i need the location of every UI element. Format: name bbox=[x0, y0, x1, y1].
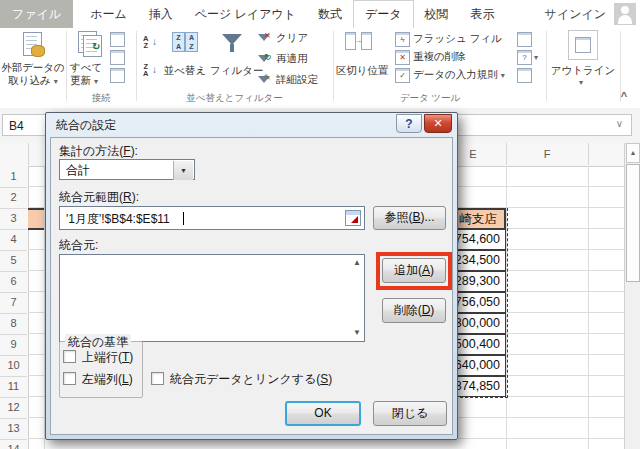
scroll-up-icon[interactable]: ▲ bbox=[626, 143, 640, 163]
help-icon[interactable]: ? bbox=[396, 114, 422, 133]
ribbon-data-tab-content: 外部データの 取り込み ▾ ↻ すべて 更新 ▾ 接続 AZ ↓ ZA ↓ ZA bbox=[0, 28, 640, 109]
dialog-close-button[interactable]: 閉じる bbox=[373, 401, 447, 426]
name-box[interactable]: B4 bbox=[2, 114, 48, 136]
row-header[interactable]: 1 bbox=[0, 166, 27, 188]
consolidate-icon[interactable] bbox=[517, 32, 532, 47]
row-header[interactable]: 10 bbox=[0, 355, 27, 377]
dropdown-arrow-icon: ▾ bbox=[579, 78, 583, 87]
row-header[interactable]: 2 bbox=[0, 187, 27, 209]
flash-fill-button[interactable]: フラッシュ フィル bbox=[413, 32, 502, 46]
link-source-label[interactable]: 統合元データとリンクする(S) bbox=[170, 371, 332, 388]
formula-bar-expand-icon[interactable]: ∨ bbox=[616, 118, 623, 129]
row-header[interactable]: 13 bbox=[0, 418, 27, 440]
ok-button[interactable]: OK bbox=[285, 401, 361, 426]
tab-review[interactable]: 校閲 bbox=[414, 0, 460, 28]
outline-button[interactable]: アウトライン bbox=[546, 64, 620, 78]
tab-insert[interactable]: 挿入 bbox=[138, 0, 184, 28]
left-column-checkbox[interactable] bbox=[63, 372, 76, 385]
data-validation-icon: ✓ bbox=[395, 68, 410, 83]
chevron-down-icon[interactable]: ▼ bbox=[173, 161, 193, 180]
properties-icon[interactable] bbox=[110, 50, 125, 65]
column-header-f[interactable]: F bbox=[506, 143, 589, 165]
close-icon[interactable]: ✕ bbox=[424, 114, 452, 133]
row-header[interactable]: 8 bbox=[0, 313, 27, 335]
sort-button[interactable]: 並べ替え bbox=[160, 64, 210, 78]
all-references-listbox[interactable]: ▲ ▼ bbox=[59, 254, 365, 342]
remove-duplicates-button[interactable]: 重複の削除 bbox=[413, 50, 466, 64]
tab-page-layout[interactable]: ページ レイアウト bbox=[184, 0, 307, 28]
tab-data[interactable]: データ bbox=[353, 0, 414, 28]
what-if-analysis-icon[interactable]: ? bbox=[517, 50, 532, 65]
row-header[interactable]: 5 bbox=[0, 250, 27, 272]
filter-button[interactable]: フィルター bbox=[210, 64, 255, 78]
function-label: 集計の方法(F): bbox=[59, 143, 138, 160]
relationships-icon[interactable] bbox=[517, 68, 532, 83]
sort-dialog-icon: ZA bbox=[172, 32, 185, 52]
scroll-up-icon[interactable]: ▲ bbox=[353, 259, 361, 267]
row-header[interactable]: 3 bbox=[0, 208, 27, 230]
scrollbar-thumb[interactable] bbox=[626, 164, 640, 282]
ribbon-tab-bar: ファイル ホーム 挿入 ページ レイアウト 数式 データ 校閲 表示 サインイン bbox=[0, 0, 640, 28]
row-header[interactable]: 6 bbox=[0, 271, 27, 293]
user-avatar-icon[interactable] bbox=[614, 3, 636, 25]
top-row-label[interactable]: 上端行(T) bbox=[82, 349, 133, 366]
row-header[interactable]: 9 bbox=[0, 334, 27, 356]
group-label-sort-filter: 並べ替えとフィルター bbox=[136, 92, 333, 105]
row-header-column: 1 2 3 4 5 6 7 8 9 10 11 12 13 14 bbox=[0, 166, 29, 449]
dropdown-arrow-icon: ▾ bbox=[54, 77, 58, 86]
refresh-all-button[interactable]: すべて 更新 ▾ bbox=[70, 61, 110, 88]
excel-window: ファイル ホーム 挿入 ページ レイアウト 数式 データ 校閲 表示 サインイン… bbox=[0, 0, 640, 449]
get-external-data-button[interactable]: 外部データの 取り込み ▾ bbox=[0, 61, 66, 88]
row-header[interactable]: 14 bbox=[0, 439, 27, 449]
row-header[interactable]: 11 bbox=[0, 376, 27, 398]
sign-in-link[interactable]: サインイン bbox=[545, 0, 614, 28]
dialog-body: 集計の方法(F): 合計 ▼ 統合元範囲(R): '1月度'!$B$4:$E$1… bbox=[50, 137, 453, 435]
function-selected-value: 合計 bbox=[66, 162, 90, 179]
row-header[interactable]: 4 bbox=[0, 229, 27, 251]
connection-properties-icon[interactable] bbox=[110, 32, 125, 47]
outline-group-icon bbox=[568, 30, 598, 60]
edit-links-icon[interactable] bbox=[110, 68, 125, 83]
link-source-checkbox[interactable] bbox=[151, 372, 164, 385]
tab-file[interactable]: ファイル bbox=[0, 0, 73, 28]
marching-ants-selection bbox=[507, 208, 508, 398]
top-row-checkbox[interactable] bbox=[63, 350, 76, 363]
dialog-title: 統合の設定 bbox=[56, 117, 116, 134]
browse-button[interactable]: 参照(B)... bbox=[373, 206, 446, 230]
function-dropdown[interactable]: 合計 ▼ bbox=[59, 159, 195, 180]
delete-button[interactable]: 削除(D) bbox=[382, 298, 446, 323]
group-label-data-tools: データ ツール bbox=[360, 92, 500, 105]
data-validation-button[interactable]: データの入力規則 ▾ bbox=[413, 68, 505, 82]
sort-ascending-icon[interactable]: AZ bbox=[143, 35, 148, 49]
tab-formulas[interactable]: 数式 bbox=[307, 0, 353, 28]
remove-duplicates-icon: ✕ bbox=[395, 50, 410, 65]
dropdown-arrow-icon: ▾ bbox=[94, 77, 98, 86]
consolidate-dialog: 統合の設定 ? ✕ 集計の方法(F): 合計 ▼ 統合元範囲(R): '1月度'… bbox=[45, 112, 458, 440]
reference-value: '1月度'!$B$4:$E$11 bbox=[66, 211, 170, 228]
add-button[interactable]: 追加(A) bbox=[382, 258, 446, 283]
text-to-columns-button[interactable]: 区切り位置 bbox=[333, 64, 391, 78]
reapply-button[interactable]: 再適用 bbox=[276, 52, 308, 66]
flash-fill-icon: ϟ bbox=[395, 32, 410, 47]
row-header[interactable]: 7 bbox=[0, 292, 27, 314]
sort-descending-icon[interactable]: ZA bbox=[143, 63, 148, 77]
row-header[interactable]: 12 bbox=[0, 397, 27, 419]
tab-home[interactable]: ホーム bbox=[79, 0, 138, 28]
dropdown-arrow-icon: ▾ bbox=[534, 53, 538, 62]
collapse-dialog-icon[interactable] bbox=[345, 210, 361, 230]
all-references-label: 統合元: bbox=[59, 237, 98, 254]
reference-input[interactable]: '1月度'!$B$4:$E$11 bbox=[59, 206, 365, 230]
left-column-label[interactable]: 左端列(L) bbox=[82, 371, 133, 388]
clear-button[interactable]: クリア bbox=[276, 31, 308, 45]
header-cell-sliver bbox=[28, 208, 44, 230]
group-label-connections: 接続 bbox=[66, 92, 136, 105]
text-caret bbox=[183, 212, 184, 225]
collapse-ribbon-icon[interactable]: ^ bbox=[616, 90, 632, 104]
tab-view[interactable]: 表示 bbox=[460, 0, 506, 28]
column-header-partial[interactable] bbox=[588, 143, 625, 165]
advanced-button[interactable]: 詳細設定 bbox=[276, 73, 318, 87]
vertical-scrollbar[interactable]: ▲ bbox=[624, 143, 640, 449]
scroll-down-icon[interactable]: ▼ bbox=[353, 329, 361, 337]
reference-label: 統合元範囲(R): bbox=[59, 189, 139, 206]
select-all-corner[interactable] bbox=[0, 143, 29, 165]
